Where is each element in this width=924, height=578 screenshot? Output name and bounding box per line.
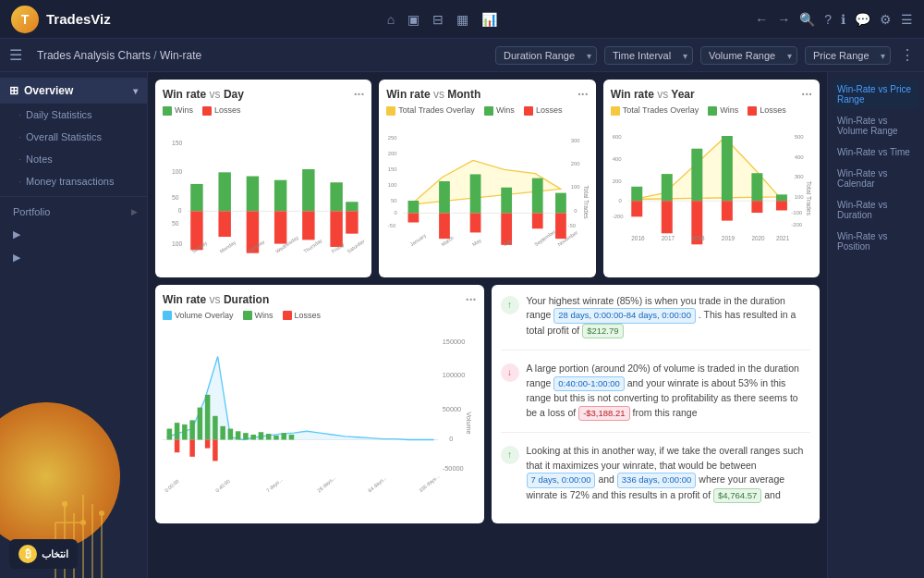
- help-icon[interactable]: ?: [824, 12, 832, 27]
- stats-icon[interactable]: 📊: [481, 12, 497, 27]
- money-transactions-label: Money transactions: [26, 176, 114, 187]
- overall-statistics-label: Overall Statistics: [26, 131, 102, 142]
- sidebar-item-notes[interactable]: Notes: [0, 148, 147, 170]
- svg-rect-120: [213, 416, 218, 440]
- svg-rect-29: [346, 202, 358, 211]
- chart-duration-menu-icon[interactable]: ···: [466, 292, 477, 307]
- app-logo: T TradesViz: [11, 6, 111, 33]
- layout-icon[interactable]: ⊟: [432, 12, 444, 27]
- chart-month-menu-icon[interactable]: ···: [578, 87, 589, 102]
- legend-wins-duration: Wins: [243, 311, 274, 321]
- expand1-icon: ▶: [13, 228, 20, 240]
- right-item-calendar-label: Win-Rate vs Calendar: [837, 168, 887, 189]
- right-item-time-label: Win-Rate vs Time: [837, 147, 910, 157]
- price-range-select[interactable]: Price Range: [805, 46, 891, 65]
- chart-year-menu-icon[interactable]: ···: [801, 87, 812, 102]
- svg-rect-30: [346, 211, 358, 233]
- settings-icon[interactable]: ⚙: [880, 12, 892, 27]
- daily-statistics-label: Daily Statistics: [26, 109, 92, 120]
- svg-text:50000: 50000: [443, 405, 461, 413]
- chart-duration-title-text: Win rate vs Duration: [163, 293, 269, 306]
- svg-rect-55: [439, 181, 450, 213]
- sidebar-item-daily-statistics[interactable]: Daily Statistics: [0, 104, 147, 126]
- svg-rect-27: [330, 182, 342, 211]
- volume-range-filter[interactable]: Volume Range: [700, 46, 797, 65]
- svg-text:0: 0: [449, 436, 453, 444]
- sidebar-item-expand-2[interactable]: ▶: [0, 246, 147, 269]
- topnav-right-icons: ← → 🔍 ? ℹ 💬 ⚙ ☰: [755, 12, 913, 27]
- svg-text:600: 600: [612, 134, 622, 140]
- chart-day-menu-icon[interactable]: ···: [354, 87, 365, 102]
- svg-rect-56: [439, 213, 450, 239]
- right-item-volume-range[interactable]: Win-Rate vs Volume Range: [833, 111, 918, 141]
- calendar-icon[interactable]: ▣: [407, 12, 419, 27]
- svg-text:50: 50: [172, 193, 179, 200]
- svg-rect-96: [776, 201, 787, 210]
- home-icon[interactable]: ⌂: [387, 12, 395, 27]
- svg-rect-123: [228, 429, 234, 440]
- svg-text:28 days...: 28 days...: [316, 474, 336, 493]
- svg-text:-50: -50: [388, 222, 396, 228]
- svg-text:2017: 2017: [661, 235, 675, 241]
- svg-rect-121: [213, 440, 218, 461]
- volume-range-select[interactable]: Volume Range: [700, 46, 797, 65]
- right-item-position[interactable]: Win-Rate vs Position: [833, 227, 918, 256]
- svg-rect-91: [722, 136, 733, 201]
- svg-text:200: 200: [612, 178, 622, 184]
- right-item-calendar[interactable]: Win-Rate vs Calendar: [833, 164, 918, 193]
- sidebar-item-portfolio[interactable]: Portfolio ▶: [0, 201, 147, 223]
- insight-text-2: A large portion (around 20%) of volume i…: [527, 362, 811, 421]
- chart-month-svg: 250 200 150 100 50 0 -50 300 200 100 0 -…: [386, 119, 588, 263]
- right-item-time[interactable]: Win-Rate vs Time: [833, 142, 918, 162]
- svg-text:100: 100: [172, 168, 182, 175]
- right-item-price-range[interactable]: Win-Rate vs Price Range: [833, 80, 918, 109]
- svg-rect-118: [205, 395, 211, 440]
- legend-wins-year: Wins: [708, 105, 738, 116]
- sidebar-item-expand-1[interactable]: ▶: [0, 223, 147, 246]
- chart-icon[interactable]: ▦: [456, 12, 468, 27]
- sidebar-item-money-transactions[interactable]: Money transactions: [0, 170, 147, 192]
- sidebar-toggle-icon[interactable]: ☰: [9, 46, 22, 64]
- menu-icon[interactable]: ☰: [901, 12, 913, 27]
- main-layout: ⊞ Overview ▾ Daily Statistics Overall St…: [0, 72, 924, 578]
- svg-text:Saturday: Saturday: [346, 238, 364, 254]
- svg-rect-63: [555, 192, 566, 213]
- svg-rect-24: [274, 211, 286, 243]
- svg-text:150: 150: [388, 166, 398, 172]
- breadcrumb-more-icon[interactable]: ⋮: [900, 46, 915, 64]
- right-item-duration[interactable]: Win-Rate vs Duration: [833, 195, 918, 225]
- top-navigation: T TradesViz ⌂ ▣ ⊟ ▦ 📊 ← → 🔍 ? ℹ 💬 ⚙ ☰: [0, 0, 924, 39]
- svg-text:Total Trades: Total Trades: [806, 180, 812, 215]
- back-icon[interactable]: ←: [755, 12, 768, 27]
- search-icon[interactable]: 🔍: [799, 12, 815, 27]
- time-interval-filter[interactable]: Time Interval: [604, 46, 693, 65]
- sidebar-divider: [0, 196, 147, 197]
- time-interval-select[interactable]: Time Interval: [604, 46, 693, 65]
- insight-text-3: Looking at this in another way, if we ta…: [527, 444, 811, 503]
- duration-range-filter[interactable]: Duration Range: [495, 46, 597, 65]
- info-icon[interactable]: ℹ: [841, 12, 845, 27]
- insight-text-1: Your highest winrate (85%) is when you t…: [527, 294, 811, 338]
- svg-text:150: 150: [172, 140, 182, 146]
- breadcrumb-bar: ☰ Trades Analysis Charts / Win-rate Dura…: [0, 39, 924, 72]
- svg-text:400: 400: [794, 154, 804, 159]
- chat-icon[interactable]: 💬: [855, 12, 870, 27]
- sidebar-item-overall-statistics[interactable]: Overall Statistics: [0, 126, 147, 148]
- svg-point-7: [80, 520, 86, 525]
- chart-win-rate-day: Win rate vs Day ··· Wins Losses 150 100 …: [155, 80, 371, 277]
- svg-rect-92: [722, 201, 733, 220]
- svg-rect-111: [167, 429, 173, 440]
- chart-year-svg: 600 400 200 0 -200 500 400 300 100 -100 …: [611, 119, 812, 263]
- forward-icon[interactable]: →: [777, 12, 790, 27]
- chart-day-title: Win rate vs Day ···: [163, 87, 364, 102]
- svg-rect-113: [175, 440, 180, 453]
- chart-month-legend: Total Trades Overlay Wins Losses: [386, 105, 588, 116]
- sidebar-overview-label: Overview: [24, 84, 73, 97]
- svg-text:-50: -50: [568, 223, 577, 228]
- svg-rect-124: [236, 432, 241, 440]
- price-range-filter[interactable]: Price Range: [805, 46, 891, 65]
- duration-range-select[interactable]: Duration Range: [495, 46, 597, 65]
- sidebar-overview-item[interactable]: ⊞ Overview ▾: [0, 78, 147, 104]
- svg-text:2021: 2021: [776, 235, 790, 241]
- svg-text:Monday: Monday: [219, 239, 237, 253]
